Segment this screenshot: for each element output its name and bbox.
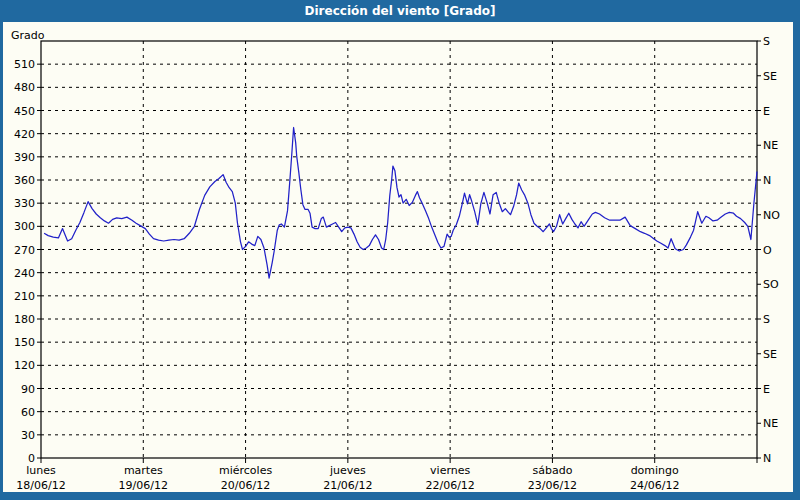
y-tick-label: 90 — [21, 383, 35, 396]
y-tick-label: 510 — [14, 58, 35, 71]
day-date: 18/06/12 — [16, 479, 65, 492]
y-axis-title: Grado — [11, 29, 45, 42]
y-tick-label: 30 — [21, 429, 35, 442]
y-tick-label: 330 — [14, 197, 35, 210]
compass-label: N — [763, 174, 771, 187]
day-name: miércoles — [219, 464, 272, 477]
chart-canvas: 0306090120150180210240270300330360390420… — [3, 22, 793, 492]
day-name: jueves — [329, 464, 366, 477]
compass-label: N — [763, 452, 771, 465]
y-tick-label: 300 — [14, 220, 35, 233]
day-name: domingo — [631, 464, 679, 477]
day-date: 21/06/12 — [323, 479, 372, 492]
chart-window: Dirección del viento [Grado] 03060901201… — [0, 0, 800, 500]
day-name: sábado — [532, 464, 572, 477]
day-date: 24/06/12 — [630, 479, 679, 492]
chart-area: 0306090120150180210240270300330360390420… — [3, 22, 793, 492]
compass-label: E — [763, 105, 770, 118]
y-tick-label: 180 — [14, 313, 35, 326]
chart-title: Dirección del viento [Grado] — [305, 4, 496, 18]
y-tick-label: 240 — [14, 267, 35, 280]
y-tick-label: 150 — [14, 336, 35, 349]
compass-label: S — [763, 313, 770, 326]
y-tick-label: 120 — [14, 359, 35, 372]
day-name: lunes — [26, 464, 56, 477]
y-tick-label: 60 — [21, 406, 35, 419]
day-date: 22/06/12 — [425, 479, 474, 492]
y-tick-label: 210 — [14, 290, 35, 303]
y-tick-label: 390 — [14, 151, 35, 164]
compass-label: SE — [763, 70, 777, 83]
compass-label: O — [763, 244, 772, 257]
y-tick-label: 420 — [14, 128, 35, 141]
y-tick-label: 480 — [14, 81, 35, 94]
y-tick-label: 270 — [14, 244, 35, 257]
compass-label: E — [763, 383, 770, 396]
compass-label: S — [763, 35, 770, 48]
compass-label: SO — [763, 278, 779, 291]
y-tick-label: 360 — [14, 174, 35, 187]
y-tick-label: 450 — [14, 105, 35, 118]
day-date: 23/06/12 — [528, 479, 577, 492]
day-date: 19/06/12 — [119, 479, 168, 492]
compass-label: NE — [763, 139, 778, 152]
day-name: martes — [124, 464, 163, 477]
compass-label: NE — [763, 417, 778, 430]
compass-label: SE — [763, 348, 777, 361]
title-bar: Dirección del viento [Grado] — [0, 0, 800, 22]
compass-label: NO — [763, 209, 780, 222]
day-name: viernes — [430, 464, 470, 477]
day-date: 20/06/12 — [221, 479, 270, 492]
